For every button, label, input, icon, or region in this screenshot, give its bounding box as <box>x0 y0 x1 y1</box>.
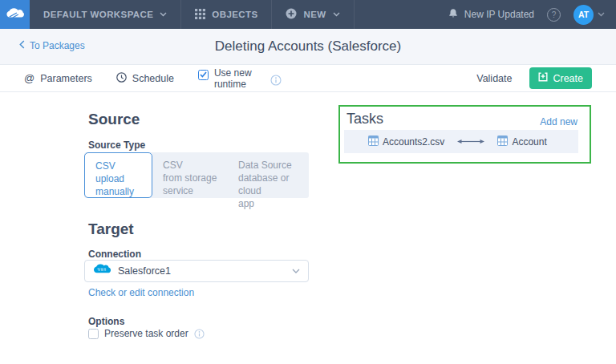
objects-menu[interactable]: OBJECTS <box>181 0 272 29</box>
info-icon[interactable] <box>270 75 282 86</box>
schedule-button[interactable]: Schedule <box>116 72 174 85</box>
use-new-runtime-checkbox[interactable]: Use new runtime <box>198 67 259 90</box>
connection-value: Salesforce1 <box>118 265 171 277</box>
at-icon: @ <box>24 72 34 84</box>
connection-label: Connection <box>88 249 141 260</box>
card-title: Data Source <box>238 159 309 172</box>
salesforce-icon <box>93 263 111 279</box>
workspace-menu[interactable]: DEFAULT WORKSPACE <box>30 0 181 29</box>
app-logo[interactable] <box>0 0 30 29</box>
check-edit-connection-link[interactable]: Check or edit connection <box>88 287 194 298</box>
task-row[interactable]: Accounts2.csv Account <box>344 130 578 153</box>
source-type-csv-upload[interactable]: CSV upload manually <box>84 152 152 198</box>
grid-icon <box>195 9 205 21</box>
card-desc: upload manually <box>95 172 152 198</box>
notification-item[interactable]: New IP Updated <box>448 8 534 22</box>
checkbox-checked-icon <box>198 70 209 80</box>
workspace-menu-label: DEFAULT WORKSPACE <box>43 10 153 19</box>
bell-icon <box>448 8 459 22</box>
card-desc: database or cloud app <box>238 172 309 210</box>
info-icon[interactable] <box>194 329 205 339</box>
task-source-label: Accounts2.csv <box>383 136 444 148</box>
card-desc: from storage service <box>163 172 228 197</box>
task-source: Accounts2.csv <box>368 135 444 148</box>
toolbar-right-cluster: Validate Create <box>476 67 592 89</box>
save-plus-icon <box>538 72 548 84</box>
source-heading: Source <box>88 111 140 128</box>
options-label: Options <box>88 316 124 327</box>
new-menu[interactable]: NEW <box>272 0 354 29</box>
preserve-task-order-label: Preserve task order <box>104 328 188 339</box>
chevron-down-icon <box>292 269 300 273</box>
task-target-label: Account <box>512 136 546 148</box>
create-button-label: Create <box>553 73 583 84</box>
table-icon <box>368 135 379 148</box>
table-icon <box>497 135 508 148</box>
connection-dropdown[interactable]: Salesforce1 <box>84 260 309 282</box>
app-window: DEFAULT WORKSPACE OBJECTS <box>0 0 616 364</box>
user-menu[interactable]: AT <box>573 5 605 25</box>
schedule-label: Schedule <box>132 73 174 84</box>
plus-circle-icon <box>286 8 297 21</box>
tasks-heading: Tasks <box>346 111 383 127</box>
target-heading: Target <box>88 220 134 238</box>
card-title: CSV <box>163 159 228 172</box>
add-new-task-link[interactable]: Add new <box>540 116 578 127</box>
page-title: Deleting Accounts (Salesforce) <box>0 38 616 55</box>
validate-button[interactable]: Validate <box>476 73 512 84</box>
parameters-label: Parameters <box>40 73 92 84</box>
chevron-down-icon <box>598 12 605 17</box>
parameters-button[interactable]: @ Parameters <box>24 72 92 84</box>
create-button[interactable]: Create <box>529 67 592 89</box>
top-nav-bar: DEFAULT WORKSPACE OBJECTS <box>0 0 616 29</box>
source-type-csv-storage[interactable]: CSV from storage service <box>152 152 228 198</box>
preserve-task-order-checkbox[interactable] <box>88 329 99 339</box>
chevron-down-icon <box>160 12 167 17</box>
package-toolbar: @ Parameters Schedule Use new runtime <box>0 65 616 92</box>
source-type-data-source[interactable]: Data Source database or cloud app <box>228 152 309 198</box>
chevron-down-icon <box>333 12 340 17</box>
card-title: CSV <box>95 160 152 172</box>
objects-menu-label: OBJECTS <box>212 10 257 19</box>
tasks-panel: Tasks Add new Accounts2.csv <box>338 105 591 164</box>
preserve-task-order-row: Preserve task order <box>88 328 205 339</box>
clock-icon <box>116 72 127 85</box>
source-type-cards: CSV upload manually CSV from storage ser… <box>84 152 309 198</box>
double-arrow-icon <box>456 138 486 145</box>
title-bar: To Packages Deleting Accounts (Salesforc… <box>0 29 616 65</box>
runtime-label: Use new runtime <box>214 67 259 90</box>
cloud-logo-icon <box>6 7 24 22</box>
topbar-right-cluster: New IP Updated ? AT <box>448 0 616 29</box>
source-type-label: Source Type <box>88 140 145 151</box>
task-target: Account <box>497 135 546 148</box>
new-menu-label: NEW <box>303 10 326 19</box>
avatar: AT <box>573 5 594 25</box>
help-icon[interactable]: ? <box>547 8 561 22</box>
notification-label: New IP Updated <box>464 9 534 20</box>
